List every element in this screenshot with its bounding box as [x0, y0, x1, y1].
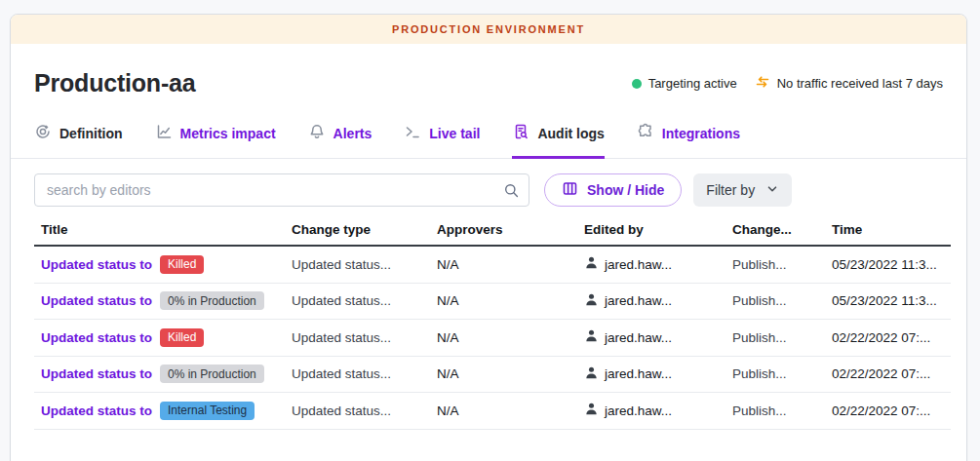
traffic-arrows-icon	[755, 74, 770, 93]
column-header-edited-by: Edited by	[584, 222, 732, 237]
change-cell: Publish...	[732, 293, 832, 308]
edited-by-cell: jared.haw...	[584, 292, 732, 310]
person-icon	[584, 292, 599, 310]
document-search-icon	[512, 123, 529, 143]
row-title-link[interactable]: Updated status to	[41, 330, 152, 345]
status-badge: 0% in Production	[160, 365, 264, 383]
change-type-cell: Updated status...	[292, 293, 437, 308]
time-cell: 02/22/2022 07:...	[832, 330, 951, 345]
page-title: Production-aa	[34, 69, 195, 97]
change-type-cell: Updated status...	[292, 257, 437, 272]
tab-live-tail-label: Live tail	[429, 126, 480, 141]
change-cell: Publish...	[732, 330, 832, 345]
tab-integrations[interactable]: Integrations	[637, 123, 740, 159]
title-cell: Updated status to Internal Testing	[41, 402, 292, 420]
change-cell: Publish...	[732, 366, 832, 381]
environment-banner: PRODUCTION ENVIRONMENT	[11, 15, 966, 44]
table-row: Updated status to Internal Testing Updat…	[34, 393, 951, 430]
column-header-approvers: Approvers	[437, 222, 584, 237]
green-dot-icon	[632, 79, 642, 89]
edited-by-cell: jared.haw...	[584, 328, 732, 346]
title-cell: Updated status to 0% in Production	[41, 291, 292, 310]
search-input[interactable]	[34, 173, 529, 207]
person-icon	[584, 328, 599, 346]
tab-metrics-impact[interactable]: Metrics impact	[155, 123, 276, 159]
person-icon	[584, 402, 599, 419]
table-row: Updated status to 0% in Production Updat…	[34, 284, 951, 321]
edited-by-value: jared.haw...	[605, 366, 672, 381]
traffic-status-label: No traffic received last 7 days	[777, 76, 943, 91]
time-cell: 05/23/2022 11:3...	[832, 257, 951, 272]
tab-live-tail[interactable]: Live tail	[404, 123, 480, 159]
change-type-cell: Updated status...	[292, 366, 437, 381]
time-cell: 05/23/2022 11:3...	[832, 293, 951, 308]
audit-log-table: Title Change type Approvers Edited by Ch…	[34, 213, 951, 430]
chevron-down-icon	[765, 182, 779, 199]
change-cell: Publish...	[732, 403, 832, 418]
tab-alerts[interactable]: Alerts	[308, 123, 372, 159]
change-cell: Publish...	[732, 257, 832, 272]
tab-definition[interactable]: Definition	[34, 123, 123, 159]
row-title-link[interactable]: Updated status to	[41, 366, 152, 381]
approvers-cell: N/A	[437, 403, 584, 418]
title-cell: Updated status to 0% in Production	[41, 365, 292, 383]
approvers-cell: N/A	[437, 366, 584, 381]
status-badge: Internal Testing	[160, 402, 255, 420]
column-header-title: Title	[41, 222, 292, 237]
row-title-link[interactable]: Updated status to	[41, 293, 152, 308]
edited-by-value: jared.haw...	[605, 257, 672, 272]
tab-bar: Definition Metrics impact Alerts	[11, 123, 966, 159]
table-row: Updated status to Killed Updated status.…	[34, 320, 951, 357]
approvers-cell: N/A	[437, 330, 584, 345]
show-hide-label: Show / Hide	[587, 182, 664, 198]
terminal-icon	[404, 123, 421, 143]
flag-detail-card: PRODUCTION ENVIRONMENT Production-aa Tar…	[10, 14, 967, 461]
tab-metrics-impact-label: Metrics impact	[180, 126, 276, 141]
row-title-link[interactable]: Updated status to	[41, 257, 152, 272]
edited-by-cell: jared.haw...	[584, 365, 732, 383]
edited-by-value: jared.haw...	[605, 403, 672, 418]
environment-banner-label: PRODUCTION ENVIRONMENT	[392, 23, 585, 35]
column-header-time: Time	[832, 222, 951, 237]
change-type-cell: Updated status...	[292, 330, 437, 345]
tab-integrations-label: Integrations	[662, 126, 740, 141]
filter-by-dropdown[interactable]: Filter by	[693, 173, 792, 207]
targeting-status: Targeting active	[632, 76, 737, 91]
change-type-cell: Updated status...	[292, 403, 437, 418]
tab-definition-label: Definition	[59, 126, 123, 141]
edited-by-cell: jared.haw...	[584, 402, 732, 419]
traffic-status: No traffic received last 7 days	[755, 74, 943, 93]
edited-by-cell: jared.haw...	[584, 255, 732, 273]
show-hide-button[interactable]: Show / Hide	[544, 173, 682, 207]
status-indicators: Targeting active No traffic received las…	[632, 74, 943, 93]
page-header: Production-aa Targeting active No traffi…	[11, 44, 966, 97]
table-row: Updated status to 0% in Production Updat…	[34, 357, 951, 394]
tab-audit-logs-label: Audit logs	[537, 126, 604, 141]
bell-icon	[308, 123, 326, 143]
title-cell: Updated status to Killed	[41, 328, 292, 347]
status-badge: Killed	[160, 255, 204, 274]
status-badge: 0% in Production	[160, 291, 264, 310]
line-chart-icon	[155, 123, 173, 143]
puzzle-icon	[637, 123, 654, 143]
table-row: Updated status to Killed Updated status.…	[34, 247, 951, 284]
tab-alerts-label: Alerts	[333, 126, 372, 141]
edited-by-value: jared.haw...	[605, 330, 672, 345]
tab-audit-logs[interactable]: Audit logs	[512, 123, 604, 159]
time-cell: 02/22/2022 07:...	[832, 403, 951, 418]
edited-by-value: jared.haw...	[605, 293, 672, 308]
status-badge: Killed	[160, 328, 204, 347]
filter-by-label: Filter by	[706, 182, 755, 198]
approvers-cell: N/A	[437, 293, 584, 308]
title-cell: Updated status to Killed	[41, 255, 292, 274]
row-title-link[interactable]: Updated status to	[41, 403, 152, 418]
search-field	[34, 173, 529, 207]
person-icon	[584, 365, 599, 383]
column-header-change: Change...	[732, 222, 832, 237]
target-edit-icon	[34, 123, 52, 143]
approvers-cell: N/A	[437, 257, 584, 272]
table-header-row: Title Change type Approvers Edited by Ch…	[34, 213, 951, 247]
columns-icon	[562, 180, 578, 200]
column-header-change-type: Change type	[292, 222, 437, 237]
time-cell: 02/22/2022 07:...	[832, 366, 951, 381]
